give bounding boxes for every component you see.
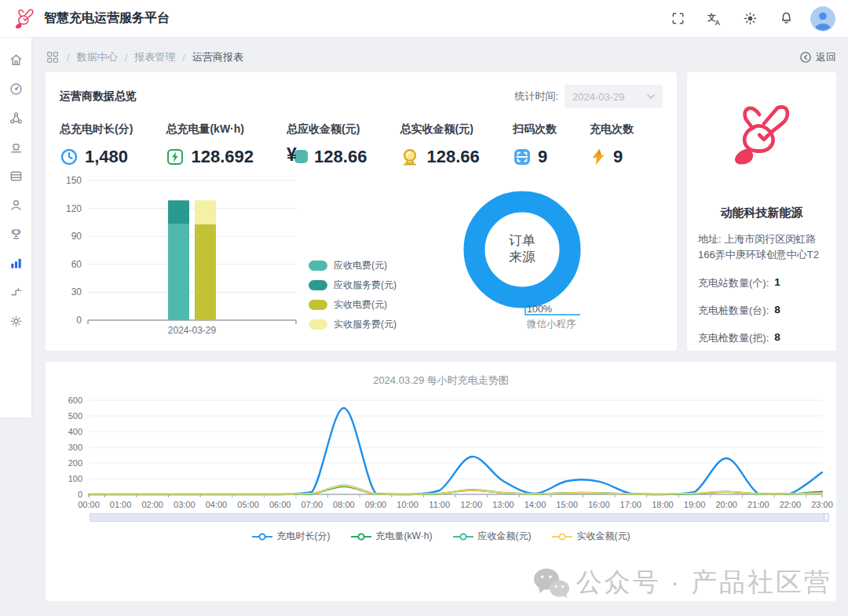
breadcrumb-item-report-mgmt[interactable]: 报表管理 [134,50,175,64]
svg-text:100%: 100% [527,303,552,314]
legend-label: 应收电费(元) [334,259,387,272]
svg-text:400: 400 [68,427,82,436]
svg-text:20:00: 20:00 [715,500,737,509]
svg-text:200: 200 [68,458,82,468]
svg-text:30: 30 [71,286,82,297]
legend-label: 应收服务费(元) [334,279,397,292]
stat-time-value: 2024-03-29 [572,91,625,103]
sidebar-item-dashboard[interactable] [0,75,31,104]
bar-legend-item[interactable]: 应收服务费(元) [309,279,411,292]
sidebar-item-users[interactable] [0,191,31,220]
stats-row: 总充电时长(分) 1,480 总充电量(kW·h) 128.692 总应收金额(… [46,108,677,168]
stat-scan-count: 扫码次数 9 [513,122,557,168]
bar-legend-item[interactable]: 应收电费(元) [309,259,411,272]
legend-label: 应收金额(元) [478,530,532,543]
svg-text:14:00: 14:00 [525,500,546,509]
breadcrumb-item-data-center[interactable]: 数据中心 [77,50,118,64]
fullscreen-icon[interactable] [666,7,689,31]
notifications-bell-icon[interactable] [774,7,798,31]
svg-text:A: A [715,19,721,27]
stat-label: 扫码次数 [513,122,557,137]
svg-text:15:00: 15:00 [556,500,578,509]
field-value: 1 [774,276,780,290]
theme-icon[interactable] [738,7,762,31]
sidebar-item-ranking[interactable] [0,220,31,249]
breadcrumb-separator: / [182,52,185,64]
cluster-icon [9,111,24,126]
legend-label: 实收服务费(元) [334,318,397,331]
company-field-stations: 充电站数量(个): 1 [698,276,825,290]
company-card: 动能科技新能源 地址: 上海市闵行区闵虹路166弄中庚环球创意中心T2 充电站数… [687,72,836,351]
gear-icon [9,314,24,329]
datazoom-handle[interactable] [824,513,829,522]
breadcrumb: / 数据中心 / 报表管理 / 运营商报表 返回 [46,44,836,71]
svg-text:100: 100 [68,474,82,483]
line-legend-item[interactable]: 实收金额(元) [552,530,631,543]
sidebar-item-workflow[interactable] [0,278,31,307]
field-label: 充电枪数量(把): [698,331,769,345]
svg-text:90: 90 [71,231,82,242]
apps-grid-icon[interactable] [46,50,60,64]
bar-chart-legend: 应收电费(元)应收服务费(元)实收电费(元)实收服务费(元) [309,259,411,331]
svg-text:60: 60 [71,259,82,270]
sidebar-item-organization[interactable] [0,104,31,133]
sidebar-item-stations[interactable] [0,162,31,191]
company-address-label: 地址: [698,233,722,245]
stat-charge-count: 充电次数 9 [590,122,634,168]
svg-text:18:00: 18:00 [652,500,674,509]
trophy-icon [9,227,24,242]
legend-swatch [309,280,327,290]
bar-legend-item[interactable]: 实收服务费(元) [309,318,411,331]
legend-label: 充电时长(分) [277,530,331,543]
back-circle-icon [799,51,812,64]
stat-time-label: 统计时间: [514,89,558,104]
user-avatar[interactable] [810,6,835,31]
svg-text:16:00: 16:00 [588,500,610,509]
topbar-actions: 文A [666,6,835,31]
bar-legend-item[interactable]: 实收电费(元) [309,298,411,312]
stat-total-energy: 总充电量(kW·h) 128.692 [166,122,254,168]
svg-text:00:00: 00:00 [78,500,100,509]
svg-text:08:00: 08:00 [333,500,355,509]
svg-text:120: 120 [66,203,82,214]
svg-text:21:00: 21:00 [747,500,769,509]
sidebar-item-home[interactable] [0,46,31,75]
sidebar-item-settings[interactable] [0,307,31,336]
breadcrumb-item-operator-report: 运营商报表 [192,50,243,64]
field-label: 充电桩数量(台): [698,304,769,318]
svg-text:23:00: 23:00 [811,500,833,509]
sidebar-item-operator[interactable] [0,133,31,162]
svg-text:05:00: 05:00 [237,500,259,509]
coin-icon [400,148,420,166]
field-label: 充电站数量(个): [698,276,769,290]
language-icon[interactable]: 文A [702,7,726,31]
stat-value: 9 [613,147,623,167]
svg-text:12:00: 12:00 [461,500,483,509]
line-legend-item[interactable]: 充电时长(分) [252,530,331,543]
legend-label: 充电量(kW·h) [376,530,433,543]
svg-text:13:00: 13:00 [492,500,514,509]
svg-text:03:00: 03:00 [174,500,196,509]
company-name: 动能科技新能源 [698,206,825,221]
stat-time-select[interactable]: 2024-03-29 [565,85,663,108]
datazoom-slider[interactable] [90,513,829,522]
operator-overview-card: 运营商数据总览 统计时间: 2024-03-29 总充电时长(分) 1,480 [46,72,677,351]
user-icon [9,198,24,213]
sidebar-item-reports[interactable] [0,249,31,278]
lightning-icon [590,148,607,166]
stat-value: 1,480 [85,147,128,167]
yuan-icon: ¥ [287,147,308,167]
svg-text:来源: 来源 [509,250,535,264]
line-legend-item[interactable]: 应收金额(元) [453,530,532,543]
line-legend-item[interactable]: 充电量(kW·h) [351,530,433,543]
breadcrumb-separator: / [125,52,128,64]
svg-text:19:00: 19:00 [684,500,706,509]
battery-icon [166,148,185,166]
stat-label: 总实收金额(元) [400,122,479,137]
order-source-donut-chart[interactable]: 订单来源100%微信小程序 [434,174,619,337]
back-button[interactable]: 返回 [799,50,836,64]
revenue-bar-chart[interactable]: 03060901201502024-03-29 [57,169,304,341]
svg-text:01:00: 01:00 [110,500,132,509]
overview-title: 运营商数据总览 [60,89,137,104]
hourly-trend-line-chart[interactable]: 010020030040050060000:0001:0002:0003:000… [46,392,835,512]
